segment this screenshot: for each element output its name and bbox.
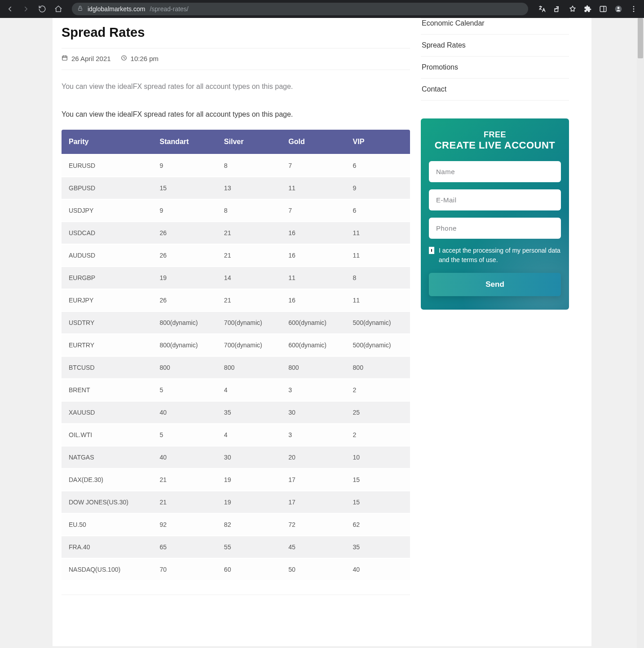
- table-cell: 700(dynamic): [217, 334, 281, 356]
- th-parity: Parity: [62, 130, 153, 154]
- reload-icon[interactable]: [36, 3, 49, 15]
- table-cell: 14: [217, 267, 281, 289]
- star-icon[interactable]: [566, 3, 579, 15]
- table-cell: 16: [281, 289, 345, 311]
- table-cell: 30: [281, 402, 345, 423]
- table-cell: USDCAD: [62, 222, 153, 244]
- url-host: idglobalmarkets.com: [88, 5, 145, 13]
- table-cell: BRENT: [62, 379, 153, 401]
- home-icon[interactable]: [52, 3, 65, 15]
- table-cell: 16: [281, 222, 345, 244]
- table-cell: 9: [346, 177, 410, 199]
- table-cell: NATGAS: [62, 447, 153, 468]
- phone-input[interactable]: [429, 218, 561, 239]
- table-cell: 8: [217, 200, 281, 221]
- table-cell: USDTRY: [62, 312, 153, 333]
- table-cell: 5: [153, 379, 217, 401]
- cta-title: CREATE LIVE ACCOUNT: [429, 140, 561, 151]
- table-cell: 50: [281, 559, 345, 580]
- send-button[interactable]: Send: [429, 273, 561, 296]
- table-cell: 35: [346, 536, 410, 558]
- th-silver: Silver: [217, 130, 281, 154]
- table-cell: 19: [217, 469, 281, 490]
- sidebar-item[interactable]: Contact: [421, 79, 569, 101]
- table-cell: 65: [153, 536, 217, 558]
- table-row: XAUUSD40353025: [62, 402, 410, 423]
- table-cell: NASDAQ(US.100): [62, 559, 153, 580]
- svg-point-6: [633, 6, 635, 7]
- share-icon[interactable]: [551, 3, 564, 15]
- spread-table: Parity Standart Silver Gold VIP EURUSD98…: [62, 129, 410, 581]
- table-cell: 15: [346, 469, 410, 490]
- table-cell: 20: [281, 447, 345, 468]
- forward-icon[interactable]: [20, 3, 32, 15]
- table-row: DOW JONES(US.30)21191715: [62, 491, 410, 513]
- table-cell: 26: [153, 289, 217, 311]
- table-cell: EURUSD: [62, 155, 153, 176]
- table-cell: USDJPY: [62, 200, 153, 221]
- svg-point-7: [633, 9, 635, 10]
- table-cell: 16: [281, 245, 345, 266]
- table-cell: 72: [281, 514, 345, 535]
- profile-icon[interactable]: [612, 3, 625, 15]
- table-cell: 35: [217, 402, 281, 423]
- table-cell: 60: [217, 559, 281, 580]
- table-cell: 92: [153, 514, 217, 535]
- sidebar-item[interactable]: Economic Calendar: [421, 18, 569, 35]
- table-cell: 7: [281, 155, 345, 176]
- body-intro: You can view the idealFX spread rates fo…: [62, 98, 410, 129]
- consent-checkbox[interactable]: [429, 247, 434, 254]
- back-icon[interactable]: [4, 3, 16, 15]
- name-input[interactable]: [429, 161, 561, 182]
- sidebar-item[interactable]: Spread Rates: [421, 35, 569, 57]
- table-row: EU.5092827262: [62, 514, 410, 535]
- table-row: USDCAD26211611: [62, 222, 410, 244]
- table-cell: EURTRY: [62, 334, 153, 356]
- table-cell: 11: [346, 222, 410, 244]
- table-cell: OIL.WTI: [62, 424, 153, 446]
- table-row: USDTRY800(dynamic)700(dynamic)600(dynami…: [62, 312, 410, 333]
- cta-free-label: FREE: [429, 130, 561, 140]
- panel-icon[interactable]: [596, 3, 610, 15]
- menu-icon[interactable]: [627, 3, 640, 15]
- table-cell: 21: [153, 491, 217, 513]
- scrollbar[interactable]: [637, 18, 644, 646]
- extensions-icon[interactable]: [581, 3, 595, 15]
- table-cell: 500(dynamic): [346, 312, 410, 333]
- url-path: /spread-rates/: [150, 5, 188, 13]
- url-bar[interactable]: idglobalmarkets.com/spread-rates/: [72, 3, 528, 15]
- page-title: Spread Rates: [62, 22, 410, 48]
- table-cell: FRA.40: [62, 536, 153, 558]
- scrollbar-thumb[interactable]: [638, 18, 643, 58]
- table-cell: DAX(DE.30): [62, 469, 153, 490]
- table-cell: 7: [281, 200, 345, 221]
- table-cell: 21: [217, 289, 281, 311]
- table-cell: 6: [346, 200, 410, 221]
- post-time-text: 10:26 pm: [131, 55, 159, 62]
- table-cell: BTCUSD: [62, 357, 153, 378]
- th-vip: VIP: [346, 130, 410, 154]
- sidebar-item[interactable]: Promotions: [421, 57, 569, 79]
- translate-icon[interactable]: [535, 3, 549, 15]
- email-input[interactable]: [429, 189, 561, 210]
- consent-text: I accept the processing of my personal d…: [439, 246, 561, 265]
- table-row: EURJPY26211611: [62, 289, 410, 311]
- table-cell: 40: [346, 559, 410, 580]
- calendar-icon: [62, 55, 68, 62]
- svg-point-5: [618, 7, 620, 9]
- cta-card: FREE CREATE LIVE ACCOUNT I accept the pr…: [421, 118, 569, 310]
- table-cell: 25: [346, 402, 410, 423]
- table-cell: 800(dynamic): [153, 334, 217, 356]
- table-cell: 82: [217, 514, 281, 535]
- table-row: EURGBP1914118: [62, 267, 410, 289]
- table-cell: 500(dynamic): [346, 334, 410, 356]
- table-cell: 6: [346, 155, 410, 176]
- table-row: EURTRY800(dynamic)700(dynamic)600(dynami…: [62, 334, 410, 356]
- table-cell: EURJPY: [62, 289, 153, 311]
- table-cell: EURGBP: [62, 267, 153, 289]
- browser-toolbar: idglobalmarkets.com/spread-rates/: [0, 0, 644, 18]
- table-row: NATGAS40302010: [62, 447, 410, 468]
- table-cell: 600(dynamic): [281, 334, 345, 356]
- table-row: EURUSD9876: [62, 155, 410, 176]
- table-cell: 62: [346, 514, 410, 535]
